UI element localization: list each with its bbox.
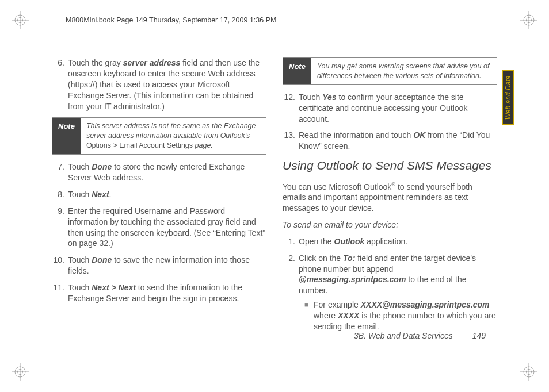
text: Touch the gray — [68, 58, 123, 67]
text: Read the information and touch — [299, 130, 413, 140]
text: Touch — [68, 283, 92, 292]
note-label: Note — [283, 58, 311, 84]
note-label: Note — [52, 118, 81, 154]
note-box-1: Note This server address is not the same… — [52, 117, 266, 155]
crop-mark-tl — [12, 11, 29, 29]
text: Open the — [299, 237, 334, 246]
text: Touch — [68, 190, 92, 199]
crop-mark-bl — [12, 363, 29, 381]
step-number: 10. — [52, 255, 68, 276]
step-body: Touch Done to store the newly entered Ex… — [68, 162, 266, 183]
ui-done: Done — [92, 255, 112, 264]
text: where — [314, 311, 338, 320]
substep-2: 2. Click on the To: field and enter the … — [283, 253, 497, 332]
step-body: Touch Next. — [68, 189, 266, 200]
ui-next: Next — [92, 190, 109, 199]
footer-section: 3B. Web and Data Services — [354, 331, 453, 340]
crop-mark-br — [520, 363, 537, 381]
text: Touch — [299, 93, 322, 102]
step-body: Touch the gray server address field and … — [68, 57, 266, 112]
section-tab-label: Web and Data — [504, 76, 512, 120]
step-6: 6. Touch the gray server address field a… — [52, 57, 266, 112]
step-body: Touch Yes to confirm your acceptance the… — [299, 92, 497, 125]
step-number: 11. — [52, 282, 68, 304]
text: Touch — [68, 255, 92, 264]
ui-done: Done — [92, 162, 112, 171]
step-number: 7. — [52, 162, 68, 183]
step-9: 9. Enter the required Username and Passw… — [52, 206, 266, 249]
subheading: To send an email to your device: — [283, 220, 497, 230]
text: You can use Microsoft Outlook — [283, 182, 391, 191]
text: . — [109, 190, 112, 199]
step-8: 8. Touch Next. — [52, 189, 266, 200]
step-body: Touch Next > Next to send the informatio… — [68, 282, 266, 304]
step-11: 11. Touch Next > Next to send the inform… — [52, 282, 266, 304]
page-content: 6. Touch the gray server address field a… — [52, 57, 497, 346]
term-server-address: server address — [123, 58, 181, 67]
step-body: Click on the To: field and enter the tar… — [299, 253, 497, 332]
text: You may get some warning screens that ad… — [317, 62, 489, 80]
step-number: 2. — [283, 253, 299, 332]
step-body: Read the information and touch OK from t… — [299, 130, 497, 152]
bullet-icon: ■ — [304, 299, 314, 332]
text: For example — [314, 300, 361, 309]
step-number: 1. — [283, 236, 299, 247]
intro-paragraph: You can use Microsoft Outlook® to send y… — [283, 181, 497, 214]
step-body: Enter the required Username and Password… — [68, 206, 266, 249]
bullet-example: ■ For example XXXX@messaging.sprintpcs.c… — [304, 299, 497, 332]
ui-next-next: Next > Next — [92, 283, 136, 292]
text: Touch — [68, 162, 92, 171]
step-13: 13. Read the information and touch OK fr… — [283, 130, 497, 152]
bullet-body: For example XXXX@messaging.sprintpcs.com… — [314, 299, 497, 332]
menu-path: Options > Email Account Settings — [86, 141, 193, 149]
ui-ok: OK — [413, 130, 425, 140]
text: Enter the required Username and Password… — [68, 206, 265, 248]
step-number: 8. — [52, 189, 68, 200]
step-10: 10. Touch Done to save the new informati… — [52, 255, 266, 276]
step-12: 12. Touch Yes to confirm your acceptance… — [283, 92, 497, 125]
field-to: To: — [343, 253, 355, 263]
note-box-2: Note You may get some warning screens th… — [283, 57, 497, 85]
substep-1: 1. Open the Outlook application. — [283, 236, 497, 247]
placeholder-xxxx: XXXX — [338, 311, 359, 320]
step-number: 9. — [52, 206, 68, 249]
crop-mark-tr — [520, 11, 537, 29]
section-tab: Web and Data — [502, 70, 514, 125]
right-column: Note You may get some warning screens th… — [283, 57, 497, 346]
note-body: You may get some warning screens that ad… — [311, 58, 497, 84]
text: page. — [193, 141, 213, 149]
step-body: Open the Outlook application. — [299, 236, 497, 247]
step-body: Touch Done to save the new information i… — [68, 255, 266, 276]
step-number: 6. — [52, 57, 68, 112]
step-7: 7. Touch Done to store the newly entered… — [52, 162, 266, 183]
app-outlook: Outlook — [334, 237, 365, 246]
example-address: XXXX@messaging.sprintpcs.com — [361, 300, 490, 309]
page-number: 149 — [472, 331, 486, 340]
text: Click on the — [299, 253, 343, 263]
text: application. — [364, 237, 407, 246]
note-body: This server address is not the same as t… — [81, 118, 266, 154]
ui-yes: Yes — [322, 93, 336, 102]
domain-messaging: @messaging.sprintpcs.com — [299, 275, 406, 284]
step-number: 13. — [283, 130, 299, 152]
heading-using-outlook-sms: Using Outlook to Send SMS Messages — [283, 157, 497, 174]
page-footer: 3B. Web and Data Services 149 — [354, 331, 486, 340]
text: This server address is not the same as t… — [86, 122, 256, 140]
left-column: 6. Touch the gray server address field a… — [52, 57, 266, 346]
running-header: M800Mini.book Page 149 Thursday, Septemb… — [63, 16, 279, 24]
step-number: 12. — [283, 92, 299, 125]
